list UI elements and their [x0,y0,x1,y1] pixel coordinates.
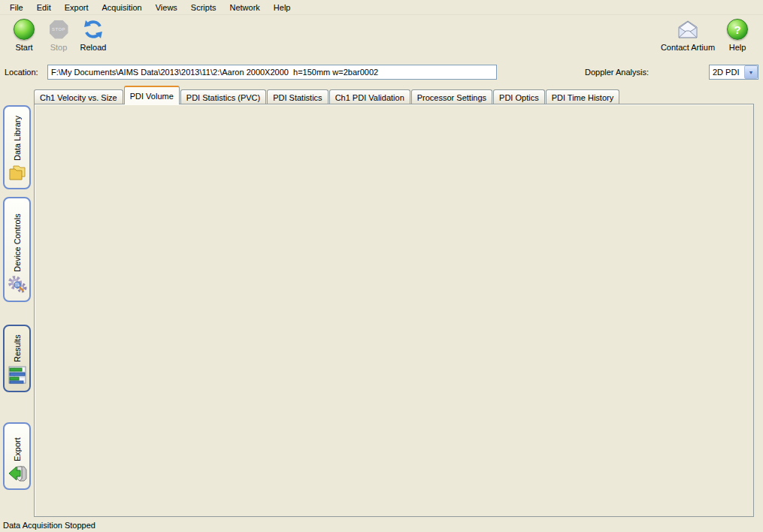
doppler-analysis-select[interactable]: 2D PDI ▼ [709,65,758,80]
menu-item-export[interactable]: Export [58,1,95,14]
sidebar-item-label: Data Library [13,113,22,161]
tab-processor-settings[interactable]: Processor Settings [411,89,492,104]
export-arrow-icon [7,464,28,484]
menu-item-edit[interactable]: Edit [30,1,58,14]
tab-pdi-optics[interactable]: PDI Optics [493,89,545,104]
help-button-label: Help [729,43,746,52]
sidebar-item-label: Results [13,332,22,362]
tab-pdi-volume[interactable]: PDI Volume [124,86,180,104]
stop-button-label: Stop [50,43,68,52]
help-icon: ? [727,19,748,40]
menu-bar: FileEditExportAcquisitionViewsScriptsNet… [0,0,763,15]
reload-icon [83,18,104,41]
sidebar-item-label: Export [13,430,22,461]
status-bar: Data Acquisition Stopped [0,518,763,532]
tab-pdi-statistics[interactable]: PDI Statistics [267,89,328,104]
contact-artium-button[interactable]: Contact Artium [656,18,719,52]
menu-item-network[interactable]: Network [223,1,266,14]
start-button-label: Start [15,43,32,52]
gears-icon [8,275,27,296]
tab-pdi-time-history[interactable]: PDI Time History [546,89,620,104]
menu-item-scripts[interactable]: Scripts [184,1,223,14]
toolbar: Start STOP Stop Reload Contact Art [0,15,763,62]
tab-ch1-pdi-validation[interactable]: Ch1 PDI Validation [329,89,410,104]
menu-item-help[interactable]: Help [267,1,298,14]
contact-artium-label: Contact Artium [661,43,715,52]
sidebar-item-results[interactable]: Results [3,325,31,392]
sidebar-item-data-library[interactable]: Data Library [3,105,31,189]
reload-button-label: Reload [80,43,107,52]
location-label: Location: [5,68,38,77]
menu-item-acquisition[interactable]: Acquisition [95,1,149,14]
folders-icon [8,164,27,183]
stop-button[interactable]: STOP Stop [42,18,75,52]
menu-item-file[interactable]: File [3,1,30,14]
stop-icon: STOP [50,20,68,39]
location-row: Location: Doppler Analysis: 2D PDI ▼ [0,63,763,83]
bar-chart-icon [8,365,27,386]
reload-button[interactable]: Reload [77,18,110,52]
envelope-icon [676,18,700,41]
help-button[interactable]: ? Help [721,18,754,52]
sidebar-item-label: Device Controls [13,204,22,272]
start-button[interactable]: Start [8,18,41,52]
location-input[interactable] [47,65,497,80]
tab-ch1-velocity-vs-size[interactable]: Ch1 Velocity vs. Size [34,89,123,104]
tab-pdi-statistics-pvc-[interactable]: PDI Statistics (PVC) [180,89,266,104]
status-text: Data Acquisition Stopped [3,521,95,530]
tab-bar: Ch1 Velocity vs. SizePDI VolumePDI Stati… [34,87,620,104]
start-icon [14,19,35,40]
tab-page-pdi-volume [34,104,754,517]
doppler-analysis-label: Doppler Analysis: [585,68,649,77]
chevron-down-icon[interactable]: ▼ [744,65,758,79]
sidebar-item-export[interactable]: Export [3,422,31,490]
menu-item-views[interactable]: Views [149,1,184,14]
sidebar-item-device-controls[interactable]: Device Controls [3,197,31,302]
doppler-analysis-value: 2D PDI [710,68,744,77]
